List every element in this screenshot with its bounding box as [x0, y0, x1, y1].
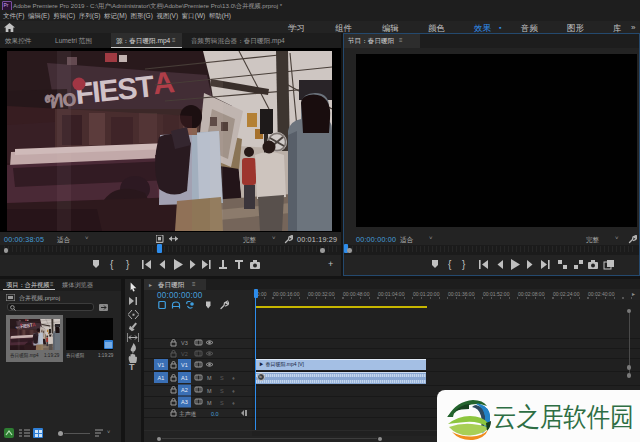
svg-text:M: M	[207, 375, 212, 381]
svg-text:V3: V3	[181, 340, 188, 346]
svg-text:A1: A1	[158, 375, 165, 381]
svg-text:{: {	[110, 259, 114, 270]
svg-text:S: S	[220, 400, 224, 406]
svg-text:S: S	[220, 375, 224, 381]
svg-text:♦: ♦	[232, 375, 235, 381]
svg-text:V1: V1	[158, 362, 165, 368]
svg-text:{: {	[448, 259, 452, 270]
svg-text:M: M	[207, 400, 212, 406]
svg-text:A3: A3	[181, 399, 188, 405]
svg-text:♦: ♦	[232, 388, 235, 394]
svg-text:0.0: 0.0	[211, 411, 219, 417]
svg-text:♦: ♦	[232, 400, 235, 406]
svg-text:}: }	[462, 259, 466, 270]
svg-text:S: S	[220, 388, 224, 394]
svg-text:主声道: 主声道	[179, 411, 197, 417]
svg-text:A1: A1	[181, 375, 188, 381]
svg-text:V1: V1	[181, 362, 188, 368]
svg-text:}: }	[126, 259, 130, 270]
svg-text:M: M	[207, 388, 212, 394]
svg-text:A2: A2	[181, 387, 188, 393]
svg-text:V2: V2	[181, 351, 188, 357]
